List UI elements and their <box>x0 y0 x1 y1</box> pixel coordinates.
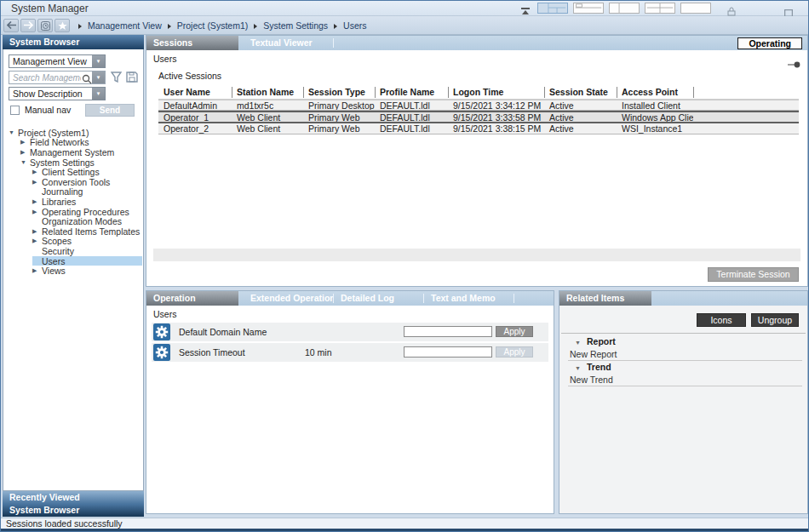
column-header-profile-name[interactable]: Profile Name <box>375 85 448 99</box>
forward-button[interactable] <box>20 19 36 32</box>
session-timeout-input[interactable] <box>404 346 492 358</box>
tree-item-views[interactable]: ▶Views <box>3 266 142 276</box>
ungroup-button[interactable]: Ungroup <box>751 313 799 327</box>
tree-item-project-system1[interactable]: ▼Project (System1) <box>3 128 142 138</box>
column-header-access-point[interactable]: Access Point <box>617 85 693 99</box>
tree-collapsed-icon[interactable]: ▶ <box>20 149 30 156</box>
history-icon[interactable] <box>37 19 53 32</box>
operation-body: Users Default Domain NameApplySession Ti… <box>146 306 554 513</box>
tab-related-items[interactable]: Related Items <box>559 291 651 306</box>
group-expanded-icon[interactable]: ▼ <box>575 336 587 349</box>
tree-item-management-system[interactable]: ▶Management System <box>3 147 142 157</box>
filter-icon[interactable] <box>111 71 122 86</box>
layout-button-3[interactable] <box>609 3 640 14</box>
tab-operation[interactable]: Operation <box>146 291 238 306</box>
tree-item-content: ▶Operating Procedures <box>32 207 142 217</box>
related-items-list: ▼ReportNew Report▼TrendNew Trend <box>568 335 802 386</box>
default-domain-name-input[interactable] <box>404 326 492 337</box>
system-browser-tree: ▼Project (System1)▶Field Networks▶Manage… <box>3 128 142 490</box>
table-cell: Web Client <box>232 123 303 134</box>
chevron-down-icon[interactable]: ▼ <box>92 72 105 83</box>
tree-item-system-settings[interactable]: ▼System Settings <box>3 157 142 168</box>
search-input[interactable] <box>9 72 81 83</box>
tab-extended-operation[interactable]: Extended Operation <box>244 291 333 306</box>
tree-collapsed-icon[interactable]: ▶ <box>32 169 42 175</box>
breadcrumb-item-users[interactable]: Users <box>343 20 366 31</box>
tree-item-users[interactable]: Users <box>3 256 142 266</box>
table-row-operator-2[interactable]: Operator_2Web ClientPrimary WebDEFAULT.l… <box>158 123 799 134</box>
tab-detailed-log[interactable]: Detailed Log <box>334 291 423 306</box>
operating-button[interactable]: Operating <box>737 37 802 49</box>
column-header-logon-time[interactable]: Logon Time <box>448 85 544 99</box>
tree-item-organization-modes[interactable]: Organization Modes <box>3 216 142 226</box>
layout-button-1[interactable] <box>537 3 568 14</box>
related-group-report[interactable]: ▼Report <box>568 335 802 348</box>
breadcrumb-item-project-system1[interactable]: Project (System1) <box>177 20 248 31</box>
tree-collapsed-icon[interactable]: ▶ <box>32 267 42 274</box>
tab-text-and-memo[interactable]: Text and Memo <box>424 291 514 306</box>
recently-viewed-bar[interactable]: Recently Viewed <box>3 491 144 504</box>
pin-icon[interactable] <box>788 56 800 72</box>
apply-button[interactable]: Apply <box>496 346 533 358</box>
tree-collapsed-icon[interactable]: ▶ <box>32 179 42 186</box>
tree-expanded-icon[interactable]: ▼ <box>9 129 18 135</box>
description-dropdown[interactable]: Show Description ▼ <box>9 87 106 100</box>
apply-button[interactable]: Apply <box>496 326 533 337</box>
group-expanded-icon[interactable]: ▼ <box>575 362 587 375</box>
related-item-new-trend[interactable]: New Trend <box>568 374 802 386</box>
breadcrumb-separator-icon <box>168 24 171 29</box>
tree-item-client-settings[interactable]: ▶Client Settings <box>3 167 142 177</box>
related-item-new-report[interactable]: New Report <box>568 348 802 361</box>
column-header-station-name[interactable]: Station Name <box>232 85 303 99</box>
tree-item-libraries[interactable]: ▶Libraries <box>3 197 142 207</box>
table-row-defaultadmin[interactable]: DefaultAdminmd1txr5cPrimary DesktopDEFAU… <box>158 100 799 111</box>
tree-item-field-networks[interactable]: ▶Field Networks <box>3 138 142 148</box>
icons-button[interactable]: Icons <box>697 313 746 327</box>
view-dropdown[interactable]: Management View ▼ <box>9 54 106 68</box>
table-cell: Primary Web <box>303 123 375 134</box>
sessions-body: Users Active Sessions User NameStation N… <box>146 50 807 286</box>
tree-collapsed-icon[interactable]: ▶ <box>32 228 42 235</box>
table-row-operator-1[interactable]: Operator_1Web ClientPrimary WebDEFAULT.l… <box>158 111 799 123</box>
manual-nav-checkbox[interactable] <box>10 106 20 115</box>
context-label: Users <box>153 54 176 64</box>
breadcrumb-item-management-view[interactable]: Management View <box>88 20 162 31</box>
tree-collapsed-icon[interactable]: ▶ <box>32 209 42 215</box>
terminate-session-button[interactable]: Terminate Session <box>708 267 799 282</box>
table-cell: Windows App Client <box>617 112 693 122</box>
system-browser-bar[interactable]: System Browser <box>3 504 144 517</box>
tree-item-scopes[interactable]: ▶Scopes <box>3 237 142 247</box>
chevron-down-icon[interactable]: ▼ <box>92 55 105 67</box>
tree-item-related-items-templates[interactable]: ▶Related Items Templates <box>3 226 142 237</box>
tree-collapsed-icon[interactable]: ▶ <box>20 139 30 146</box>
favorites-star-icon[interactable] <box>55 19 70 32</box>
gear-icon <box>153 344 170 361</box>
horizontal-scrollbar[interactable] <box>153 249 800 261</box>
tree-item-operating-procedures[interactable]: ▶Operating Procedures <box>3 207 142 217</box>
column-header-session-state[interactable]: Session State <box>544 85 617 99</box>
tree-item-journaling[interactable]: Journaling <box>3 187 142 197</box>
tree-collapsed-icon[interactable]: ▶ <box>32 237 42 244</box>
view-dropdown-value: Management View <box>13 55 91 67</box>
chevron-down-icon[interactable]: ▼ <box>92 88 105 100</box>
tab-textual-viewer[interactable]: Textual Viewer <box>244 36 333 50</box>
tree-expanded-icon[interactable]: ▼ <box>20 159 30 165</box>
layout-button-2[interactable] <box>573 3 604 14</box>
save-icon[interactable] <box>126 71 138 86</box>
tree-item-conversion-tools[interactable]: ▶Conversion Tools <box>3 177 142 187</box>
breadcrumb-item-system-settings[interactable]: System Settings <box>263 20 328 31</box>
tree-item-security[interactable]: Security <box>3 246 142 256</box>
tree-item-content: ▶Libraries <box>32 197 142 207</box>
layout-button-5[interactable] <box>680 3 711 14</box>
column-header-user-name[interactable]: User Name <box>158 85 232 99</box>
column-header-session-type[interactable]: Session Type <box>303 85 375 99</box>
section-title: Active Sessions <box>158 71 221 81</box>
send-button[interactable]: Send <box>85 104 135 117</box>
related-group-trend[interactable]: ▼Trend <box>568 361 802 374</box>
tab-sessions[interactable]: Sessions <box>146 36 238 50</box>
tree-item-label: System Settings <box>30 157 95 168</box>
tree-collapsed-icon[interactable]: ▶ <box>32 198 42 205</box>
tree-item-label: Security <box>42 246 74 256</box>
back-button[interactable] <box>3 19 19 32</box>
layout-button-4[interactable] <box>645 3 675 14</box>
